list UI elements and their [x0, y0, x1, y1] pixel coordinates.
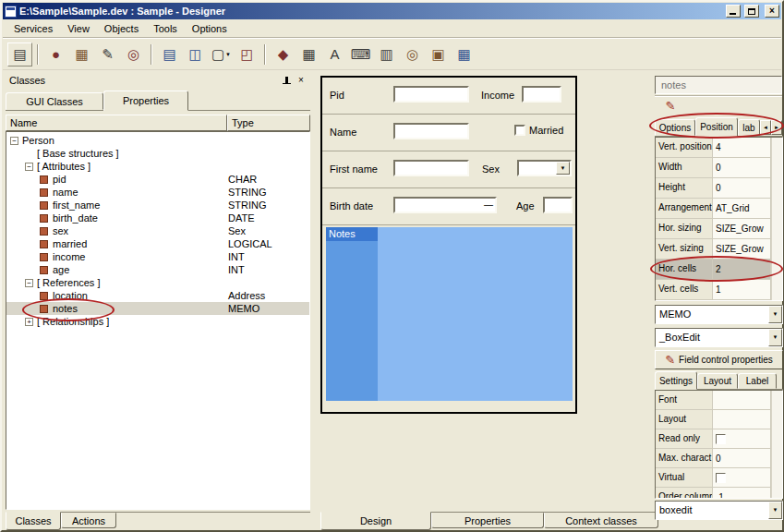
birth-date-field[interactable]: —	[393, 197, 497, 213]
menu-item-objects[interactable]: Objects	[97, 20, 146, 37]
first-name-field[interactable]	[393, 160, 469, 176]
property-value[interactable]	[713, 468, 771, 487]
notes-memo-field[interactable]: Notes	[326, 227, 573, 401]
title-bar[interactable]: E:\Sample\Sample.dev : Sample - Designer…	[3, 3, 781, 19]
settings-row-read-only[interactable]: Read only	[656, 429, 782, 449]
collapse-icon[interactable]: −	[10, 137, 18, 145]
tree-item-pid[interactable]: pidCHAR	[6, 173, 309, 186]
control-name-combo[interactable]: boxedit ▼	[655, 501, 783, 520]
position-row-vert-cells[interactable]: Vert. cells1	[656, 280, 782, 300]
close-button[interactable]: ×	[765, 5, 779, 18]
property-value[interactable]: SIZE_Grow	[713, 239, 771, 259]
notebook-button[interactable]: ▦	[69, 42, 94, 66]
tree-item-person[interactable]: −Person	[6, 134, 309, 147]
tab-position[interactable]: Position	[695, 117, 738, 137]
tree-item-base-structures[interactable]: [ Base structures ]	[6, 147, 309, 160]
dropdown-arrow-icon[interactable]: ▼	[768, 502, 782, 519]
collapse-icon[interactable]: −	[25, 279, 33, 287]
tree-item-name[interactable]: nameSTRING	[6, 186, 309, 199]
tab-design[interactable]: Design	[320, 512, 431, 530]
dock-pin-button[interactable]	[280, 74, 293, 86]
grid-scrollbar-track[interactable]	[771, 138, 782, 300]
checkbox-icon[interactable]	[716, 473, 726, 483]
property-value[interactable]: 0	[713, 449, 771, 467]
menu-item-view[interactable]: View	[60, 20, 97, 37]
age-field[interactable]	[543, 197, 573, 213]
position-row-hor-cells[interactable]: Hor. cells2	[656, 260, 782, 280]
grid-button[interactable]: ▥	[374, 42, 399, 66]
tab-settings[interactable]: Settings	[655, 371, 697, 390]
column-header-type[interactable]: Type	[227, 115, 310, 131]
tab-classes[interactable]: Classes	[6, 512, 61, 530]
sex-combo[interactable]: ▼	[517, 160, 572, 176]
tree-item-references[interactable]: −[ References ]	[6, 276, 309, 289]
property-value[interactable]: 1	[713, 280, 771, 299]
tree-item-age[interactable]: ageINT	[6, 263, 309, 276]
combo-dropdown-icon[interactable]: ▼	[556, 162, 570, 175]
settings-row-virtual[interactable]: Virtual	[656, 468, 782, 488]
minimize-button[interactable]	[726, 5, 741, 18]
tab-options[interactable]: Options	[655, 119, 695, 136]
draw-shape-button[interactable]: ●	[43, 42, 68, 66]
tab-context-classes[interactable]: Context classes	[544, 513, 658, 528]
property-value[interactable]: AT_Grid	[713, 199, 771, 218]
tree-item-relationships[interactable]: +[ Relationships ]	[6, 315, 309, 328]
dropdown-arrow-icon[interactable]: ▼	[768, 306, 782, 323]
tab-layout[interactable]: Layout	[697, 373, 738, 389]
menu-item-tools[interactable]: Tools	[146, 20, 185, 37]
tab-lab[interactable]: lab	[738, 119, 760, 136]
tree-item-notes[interactable]: notesMEMO	[6, 302, 309, 315]
dropdown-arrow-icon[interactable]: ▼	[768, 329, 782, 346]
settings-row-order-column[interactable]: Order column-1	[656, 488, 782, 499]
toolbar-dropdown-arrow-icon[interactable]: ▼	[225, 52, 231, 57]
control-class-combo[interactable]: _BoxEdit ▼	[655, 328, 783, 347]
name-field[interactable]	[393, 123, 469, 139]
grid-scrollbar-track[interactable]	[771, 391, 782, 498]
property-value[interactable]	[713, 410, 771, 429]
package-button[interactable]: ▣	[426, 42, 451, 66]
property-value[interactable]: 0	[713, 158, 771, 177]
classes-browser-button[interactable]: ▤	[7, 42, 32, 66]
position-row-vert-sizing[interactable]: Vert. sizingSIZE_Grow	[656, 239, 782, 260]
property-value[interactable]: 4	[713, 138, 771, 157]
paint-button[interactable]: ◆	[271, 42, 296, 66]
menu-item-options[interactable]: Options	[185, 20, 235, 37]
position-row-height[interactable]: Height0	[656, 178, 782, 199]
tree-item-location[interactable]: locationAddress	[6, 289, 309, 302]
property-value[interactable]	[713, 429, 771, 448]
tree-item-birth-date[interactable]: birth_dateDATE	[6, 212, 309, 224]
font-button[interactable]: A	[322, 42, 347, 66]
form-preview-button[interactable]: ◰	[235, 42, 259, 66]
donut-button[interactable]: ◎	[121, 42, 146, 66]
property-value[interactable]: SIZE_Grow	[713, 219, 771, 238]
expand-icon[interactable]: +	[25, 318, 33, 326]
tree-item-first-name[interactable]: first_nameSTRING	[6, 199, 309, 212]
tree-item-sex[interactable]: sexSex	[6, 224, 309, 237]
position-row-hor-sizing[interactable]: Hor. sizingSIZE_Grow	[656, 219, 782, 239]
column-header-name[interactable]: Name	[6, 115, 227, 131]
panel-close-button[interactable]: ×	[295, 74, 308, 86]
maximize-button[interactable]	[744, 5, 759, 18]
data-type-combo[interactable]: MEMO ▼	[655, 305, 783, 324]
married-checkbox[interactable]: Married	[514, 125, 563, 136]
property-value[interactable]: 2	[713, 260, 771, 279]
position-row-arrangement[interactable]: ArrangementAT_Grid	[656, 199, 782, 219]
tab-properties[interactable]: Properties	[103, 91, 188, 111]
tab-label[interactable]: Label	[738, 373, 777, 389]
keyboard-button[interactable]: ⌨	[348, 42, 373, 66]
field-control-properties-button[interactable]: ✎ Field control properties	[655, 350, 783, 369]
print-preview-button[interactable]: ▤	[157, 42, 182, 66]
field-properties-toolbar-button[interactable]: ✎	[660, 98, 681, 115]
settings-row-font[interactable]: Font	[656, 391, 782, 410]
tree-item-income[interactable]: incomeINT	[6, 250, 309, 263]
settings-row-max-charact[interactable]: Max. charact0	[656, 449, 782, 468]
tab-scroll-left-button[interactable]: ◄	[760, 120, 771, 135]
property-value[interactable]: -1	[713, 488, 771, 499]
checkbox-icon[interactable]	[716, 434, 726, 444]
menu-item-services[interactable]: Services	[6, 20, 60, 37]
tab-actions[interactable]: Actions	[61, 513, 116, 528]
table-button[interactable]: ▦	[296, 42, 321, 66]
donut-2-button[interactable]: ◎	[400, 42, 425, 66]
edit-source-button[interactable]: ✎	[95, 42, 120, 66]
property-value[interactable]	[713, 391, 771, 409]
